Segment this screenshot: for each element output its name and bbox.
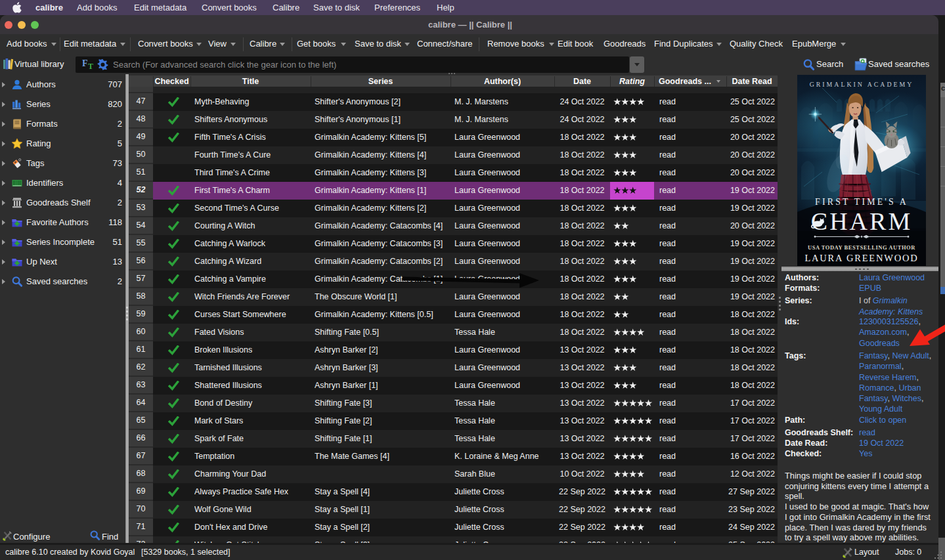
svg-text:CHARM: CHARM — [811, 207, 912, 235]
svg-text:GRIMALKIN ACADEMY: GRIMALKIN ACADEMY — [810, 81, 914, 88]
svg-text:FIRST TIME'S A: FIRST TIME'S A — [815, 197, 908, 207]
svg-text:USA TODAY BESTSELLING AUTHOR: USA TODAY BESTSELLING AUTHOR — [808, 244, 915, 251]
svg-text:LAURA GREENWOOD: LAURA GREENWOOD — [804, 253, 918, 263]
